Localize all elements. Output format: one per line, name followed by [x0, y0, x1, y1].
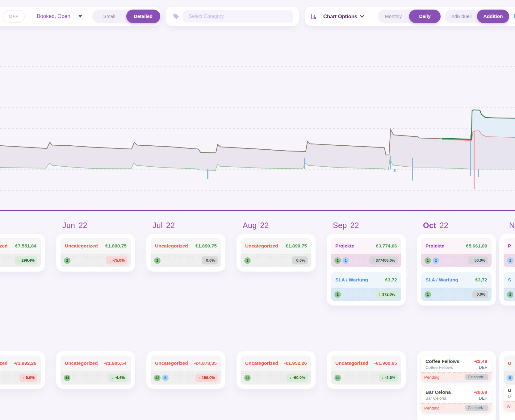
category-card-sla-wartung[interactable]: S 1: [504, 272, 515, 301]
category-card-uncategorized[interactable]: U 5: [504, 356, 515, 385]
trend-pill: ↑ 50.0%: [468, 256, 488, 264]
category-amount: €1.890,75: [195, 243, 217, 249]
trend-arrow-icon: ↓: [109, 258, 111, 263]
trend-arrow-icon: ↑: [198, 376, 200, 380]
month-year: 22: [350, 221, 359, 230]
trend-value: 0.0%: [296, 258, 305, 263]
expense-card-group: Uncategorized -€1.992,26 ↑ 5.0%: [0, 351, 45, 389]
month-column-oct: Oct 22 Projekte €5.661,09 12 ↑ 50.0%: [417, 0, 496, 420]
month-header: N: [509, 221, 515, 230]
trend-arrow-icon: ↓: [382, 376, 383, 380]
category-label: P: [508, 243, 511, 249]
transaction-code: DEF: [479, 396, 487, 401]
transaction-card[interactable]: Coffee Fellows -€2,49 Coffee Fellows DEF…: [421, 356, 492, 381]
merchant-name: Bar Celona: [425, 389, 451, 395]
category-card-uncategorized[interactable]: Uncategorized -€1.992,26 ↑ 5.0%: [0, 356, 41, 385]
category-card-uncategorized[interactable]: Uncategorized €7.551,84 ↑ 299.4%: [0, 238, 41, 267]
category-card-uncategorized[interactable]: Uncategorized -€1.952,26 44 ↓ -60.0%: [241, 356, 311, 385]
month-name: Oct: [423, 221, 436, 230]
count-badges: 1: [507, 291, 515, 298]
transaction-card[interactable]: U D W: [504, 385, 515, 410]
expense-card-group: U 5 U D W: [499, 351, 515, 420]
trend-value: -4.4%: [115, 376, 125, 380]
category-label: Uncategorized: [0, 360, 8, 366]
trend-pill: ↑ 377406.0%: [369, 256, 398, 264]
category-card-uncategorized[interactable]: Uncategorized -€1.900,65 44 ↓ -2.6%: [331, 356, 401, 385]
categorize-button[interactable]: Categoriz..: [465, 374, 488, 380]
trend-arrow-icon: ↑: [471, 258, 473, 263]
trend-value: 299.4%: [22, 258, 35, 263]
count-badges: 2: [154, 257, 162, 264]
month-column-nov: N P 1 S 1: [499, 0, 515, 420]
month-year: 22: [260, 221, 269, 230]
trend-value: 5.0%: [26, 376, 35, 380]
income-card-group: Projekte €3.774,06 11 ↑ 377406.0% SLA / …: [327, 234, 406, 306]
transaction-status-strip: Pending Categoriz..: [421, 372, 492, 381]
income-card-group: Uncategorized €1.890,75 2 0.0%: [146, 234, 225, 272]
trend-pill: ↑ 5.0%: [19, 374, 37, 382]
trend-pill: ↑ 372.0%: [376, 290, 398, 298]
month-column-aug: Aug 22 Uncategorized €1.890,75 2 0.0%: [237, 0, 316, 420]
month-column-prev: Uncategorized €7.551,84 ↑ 299.4% Uncateg…: [0, 0, 45, 420]
count-badge: 5: [507, 375, 513, 381]
category-amount: €1.890,75: [286, 243, 307, 249]
count-badge: 44: [334, 375, 341, 381]
count-badge: 1: [425, 291, 431, 298]
count-badges: 1: [507, 257, 515, 264]
transaction-card[interactable]: Bar Celona -€8,68 Bar Celona DEF Pending…: [421, 386, 492, 412]
count-badges: 1: [425, 291, 433, 298]
category-card-uncategorized[interactable]: Uncategorized €1.890,75 2 0.0%: [151, 238, 221, 267]
count-badge: 2: [154, 257, 161, 264]
category-card-uncategorized[interactable]: Uncategorized -€1.905,54 44 ↓ -4.4%: [61, 356, 131, 385]
count-badges: 12: [425, 257, 441, 264]
trend-arrow-icon: ↑: [379, 292, 380, 297]
category-label: Projekte: [425, 243, 444, 249]
category-amount: €3.774,06: [376, 243, 397, 249]
trend-pill: 0.0%: [472, 290, 488, 298]
category-label: SLA / Wartung: [425, 277, 458, 283]
trend-pill: 0.0%: [202, 256, 218, 264]
categorize-button[interactable]: Categoriz..: [465, 405, 488, 411]
count-badge: 1: [334, 257, 341, 264]
month-column-jun: Jun 22 Uncategorized €1.890,75 2 ↓ -75.0…: [56, 0, 135, 420]
transactions-card-group: Coffee Fellows -€2,49 Coffee Fellows DEF…: [417, 351, 496, 420]
count-badges: 5: [507, 375, 515, 381]
income-card-group: Projekte €5.661,09 12 ↑ 50.0% SLA / Wart…: [417, 234, 496, 306]
category-card-sla-wartung[interactable]: SLA / Wartung €3,72 1 0.0%: [421, 272, 492, 301]
count-badges: 44: [64, 375, 72, 381]
category-label: Uncategorized: [245, 243, 278, 249]
category-label: Uncategorized: [335, 360, 368, 366]
count-badge: 1: [425, 257, 431, 264]
category-label: SLA / Wartung: [335, 277, 368, 283]
category-amount: €5.661,09: [466, 243, 487, 249]
category-label: Uncategorized: [65, 360, 98, 366]
category-card-projekte[interactable]: Projekte €3.774,06 11 ↑ 377406.0%: [331, 238, 401, 267]
count-badges: 44: [244, 375, 252, 381]
trend-value: 377406.0%: [376, 258, 395, 263]
count-badge: 44: [64, 375, 70, 381]
trend-pill: ↓ -75.0%: [106, 256, 128, 264]
expense-card-group: Uncategorized -€1.905,54 44 ↓ -4.4%: [56, 351, 135, 389]
month-year: 22: [166, 221, 175, 230]
category-card-sla-wartung[interactable]: SLA / Wartung €3,72 1 ↑ 372.0%: [331, 272, 401, 301]
category-card-projekte[interactable]: Projekte €5.661,09 12 ↑ 50.0%: [421, 238, 492, 267]
dashboard: OFF Booked, Open SmallDetailed Chart Opt…: [0, 0, 515, 420]
category-amount: -€1.992,26: [14, 360, 36, 366]
count-badge: 2: [244, 257, 251, 264]
transaction-code: DEF: [479, 365, 487, 370]
category-card-projekte[interactable]: P 1: [504, 238, 515, 267]
expense-card-group: Uncategorized -€1.952,26 44 ↓ -60.0%: [237, 351, 316, 389]
count-badges: 2: [64, 257, 72, 264]
count-badge: 1: [507, 291, 513, 298]
month-name: N: [509, 221, 515, 230]
category-amount: €1.890,75: [105, 243, 127, 249]
category-label: S: [508, 277, 511, 283]
month-year: 22: [440, 221, 448, 230]
category-card-uncategorized[interactable]: Uncategorized €1.890,75 2 0.0%: [241, 238, 311, 267]
trend-pill: ↓ -2.6%: [379, 374, 398, 382]
status-pending: W: [507, 404, 511, 409]
category-card-uncategorized[interactable]: Uncategorized -€4.878,35 426 ↑ 156.0%: [151, 356, 221, 385]
category-card-uncategorized[interactable]: Uncategorized €1.890,75 2 ↓ -75.0%: [61, 238, 131, 267]
month-header: Jul 22: [153, 221, 175, 230]
month-column-jul: Jul 22 Uncategorized €1.890,75 2 0.0%: [146, 0, 225, 420]
